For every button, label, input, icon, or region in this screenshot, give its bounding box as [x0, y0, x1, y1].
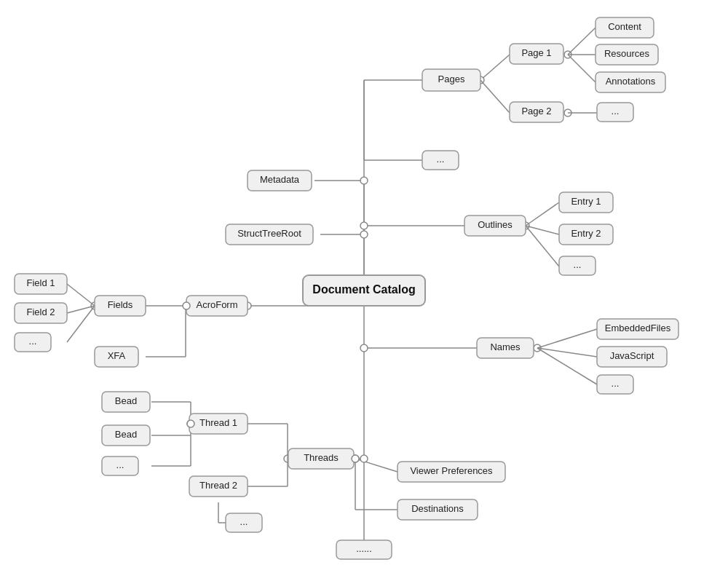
viewer-prefs-label: Viewer Preferences — [410, 465, 493, 476]
threads-label: Threads — [304, 452, 339, 463]
svg-point-59 — [187, 420, 194, 427]
svg-line-5 — [480, 80, 510, 113]
names-ellipsis-label: ... — [612, 378, 620, 389]
svg-line-30 — [67, 284, 95, 306]
acroform-label: AcroForm — [196, 299, 237, 310]
bead2-label: Bead — [115, 429, 137, 440]
svg-line-23 — [537, 329, 597, 348]
center-label: Document Catalog — [312, 283, 415, 296]
annotations-label: Annotations — [606, 76, 656, 87]
svg-point-61 — [360, 231, 368, 238]
embeddedfiles-label: EmbeddedFiles — [605, 323, 671, 333]
thread1-ellipsis-label: ... — [116, 459, 124, 470]
page1-label: Page 1 — [521, 47, 551, 58]
content-label: Content — [608, 21, 641, 32]
outlines-label: Outlines — [478, 219, 513, 230]
bottom-ellipsis-label: ...... — [356, 543, 372, 554]
bead1-label: Bead — [115, 395, 137, 406]
metadata-label: Metadata — [260, 174, 300, 185]
structtreeroot-label: StructTreeRoot — [237, 228, 301, 239]
svg-line-18 — [526, 202, 559, 226]
page2-label: Page 2 — [521, 106, 551, 116]
destinations-label: Destinations — [411, 503, 464, 514]
svg-line-19 — [526, 226, 559, 234]
svg-line-20 — [526, 226, 559, 266]
field2-label: Field 2 — [26, 307, 55, 317]
svg-line-3 — [480, 55, 510, 80]
thread1-label: Thread 1 — [199, 417, 237, 428]
svg-line-8 — [568, 28, 596, 55]
svg-point-64 — [360, 455, 368, 462]
thread2-label: Thread 2 — [199, 480, 237, 491]
resources-label: Resources — [604, 48, 650, 59]
svg-point-60 — [360, 177, 368, 184]
svg-line-24 — [537, 348, 597, 357]
fields-label: Fields — [108, 299, 133, 310]
pages-label: Pages — [438, 74, 465, 84]
svg-point-57 — [183, 302, 190, 309]
xfa-label: XFA — [108, 350, 126, 361]
field1-label: Field 1 — [26, 277, 55, 288]
fields-ellipsis-label: ... — [29, 336, 37, 347]
names-label: Names — [490, 341, 521, 352]
page2-ellipsis-label: ... — [612, 106, 620, 116]
svg-line-25 — [537, 348, 597, 384]
pages-ellipsis-label: ... — [437, 154, 445, 165]
thread2-ellipsis-label: ... — [240, 516, 248, 527]
svg-line-32 — [67, 306, 95, 342]
svg-point-63 — [360, 344, 368, 352]
entry2-label: Entry 2 — [571, 228, 601, 239]
javascript-label: JavaScript — [610, 350, 654, 361]
svg-point-58 — [352, 455, 359, 462]
outlines-ellipsis-label: ... — [574, 259, 582, 270]
svg-line-10 — [568, 55, 596, 82]
entry1-label: Entry 1 — [571, 196, 601, 207]
svg-point-62 — [360, 222, 368, 229]
